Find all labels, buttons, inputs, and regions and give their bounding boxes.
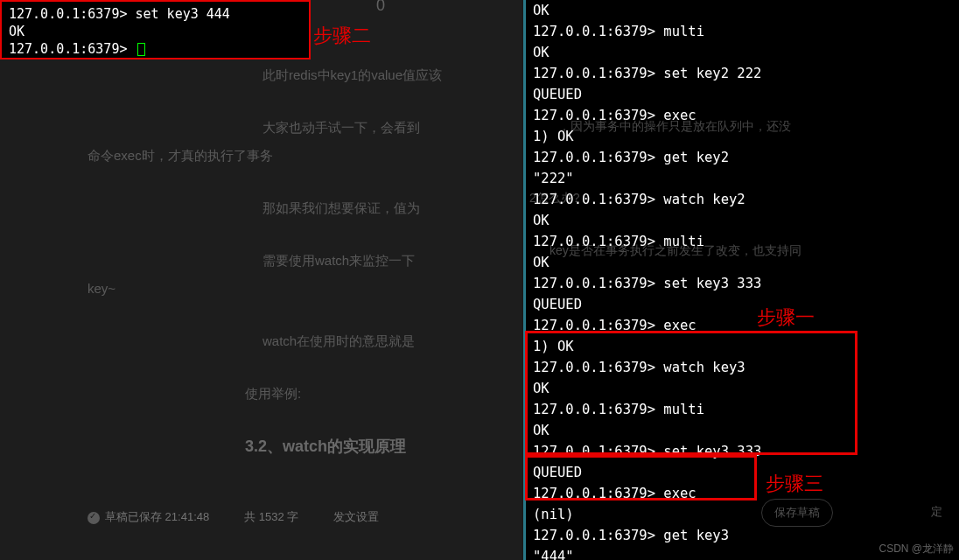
terminal-line: OK (533, 0, 952, 21)
terminal-line: OK (9, 23, 302, 40)
save-draft-button[interactable]: 保存草稿 (761, 499, 833, 527)
terminal-line: 127.0.0.1:6379> multi (533, 21, 952, 42)
para-6: 使用举例: (70, 380, 522, 408)
command-text: set key3 444 (127, 6, 229, 22)
terminal-line: 127.0.0.1:6379> watch key2 (533, 189, 952, 210)
terminal-line: 127.0.0.1:6379> get key2 (533, 147, 952, 168)
annotation-step1: 步骤一 (757, 304, 815, 331)
overlay-text-1: ，因为事务中的操作只是放在队列中，还没 (558, 119, 791, 135)
terminal-line: 127.0.0.1:6379> (9, 40, 302, 58)
para-5: watch在使用时的意思就是 (70, 327, 522, 355)
para-1: 此时redis中key1的value值应该 (70, 61, 522, 89)
para-4: 需要使用watch来监控一下 key~ (70, 247, 522, 303)
prompt: 127.0.0.1:6379> (9, 6, 127, 22)
bottom-status-bar: 草稿已保存 21:41:48 共 1532 字 发文设置 (88, 509, 379, 525)
terminal-line: 127.0.0.1:6379> exec (533, 315, 952, 336)
right-terminal[interactable]: OK 127.0.0.1:6379> multi OK 127.0.0.1:63… (523, 0, 959, 560)
para-3: 那如果我们想要保证，值为 (70, 194, 522, 222)
terminal-line: 127.0.0.1:6379> set key2 222 (533, 63, 952, 84)
terminal-line: 127.0.0.1:6379> set key3 444 (9, 5, 302, 23)
section-heading: 3.2、watch的实现原理 (70, 432, 522, 460)
terminal-line: 127.0.0.1:6379> watch key3 (533, 357, 952, 378)
terminal-line: "222" (533, 168, 952, 189)
overlay-text-3: key是否在事务执行之前发生了改变，也支持同 (550, 243, 802, 259)
prompt: 127.0.0.1:6379> (9, 41, 127, 57)
annotation-step2: 步骤二 (313, 23, 371, 49)
terminal-line: 127.0.0.1:6379> set key3 333 (533, 441, 952, 462)
annotation-step3: 步骤三 (766, 471, 823, 497)
zero-text: 0 (376, 0, 385, 19)
terminal-line: QUEUED (533, 84, 952, 105)
left-panel: 0 此时redis中key1的value值应该 大家也动手试一下，会看到 命令e… (0, 0, 522, 560)
terminal-line: 127.0.0.1:6379> multi (533, 399, 952, 420)
draft-saved-status: 草稿已保存 21:41:48 (88, 509, 209, 525)
terminal-line: QUEUED (533, 462, 952, 483)
terminal-line: QUEUED (533, 294, 952, 315)
terminal-line: 127.0.0.1:6379> set key3 333 (533, 273, 952, 294)
terminal-line: OK (533, 210, 952, 231)
check-icon (88, 512, 100, 524)
terminal-line: 1) OK (533, 336, 952, 357)
publish-button[interactable]: 定 (919, 499, 955, 525)
word-count: 共 1532 字 (244, 509, 298, 525)
terminal-line: OK (533, 378, 952, 399)
terminal-line: OK (533, 420, 952, 441)
article-behind: 0 此时redis中key1的value值应该 大家也动手试一下，会看到 命令e… (70, 0, 522, 460)
terminal-line: (nil) (533, 504, 952, 525)
overlay-text-2: 2怎么办? (529, 191, 580, 206)
cursor-icon (137, 43, 145, 56)
para-2: 大家也动手试一下，会看到 命令exec时，才真的执行了事务 (70, 114, 522, 170)
terminal-line: 127.0.0.1:6379> exec (533, 483, 952, 504)
watermark: CSDN @龙洋静 (878, 542, 954, 556)
left-terminal[interactable]: 127.0.0.1:6379> set key3 444 OK 127.0.0.… (0, 0, 311, 60)
publish-settings-link[interactable]: 发文设置 (333, 509, 379, 525)
terminal-line: OK (533, 42, 952, 63)
